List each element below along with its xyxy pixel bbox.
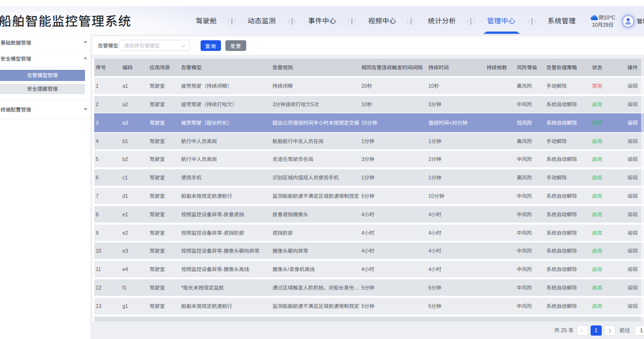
cell-strategy: 系统自动解除 xyxy=(546,188,577,204)
chevron-down-icon xyxy=(84,41,87,44)
edit-link[interactable]: 编辑 xyxy=(627,169,638,186)
nav-item-cockpit[interactable]: 驾驶舱 xyxy=(196,17,217,25)
cell-risk: 高风险 xyxy=(517,78,532,94)
column-header-frames: 持续帧数 xyxy=(487,59,507,76)
cell-risk: 高风险 xyxy=(517,169,532,186)
cell-model: 疲劳驾驶（超长时长） xyxy=(181,114,232,131)
reset-button[interactable]: 重置 xyxy=(225,40,246,51)
edit-link[interactable]: 编辑 xyxy=(627,242,638,259)
cell-seq: 11 xyxy=(96,261,101,277)
cell-code: e4 xyxy=(122,261,128,277)
nav-item-dynamic-monitor[interactable]: 动态监测 xyxy=(248,17,276,25)
edit-link[interactable]: 编辑 xyxy=(627,279,638,296)
cell-duration: 4小时 xyxy=(428,242,441,259)
pagination-prev-button[interactable] xyxy=(577,325,588,336)
sidebar-group-terminal-config[interactable]: 终端配置管理 xyxy=(0,99,90,119)
alarm-model-select[interactable]: 请选择告警模型 xyxy=(119,40,190,51)
cell-rule: 持续闭眼 xyxy=(272,78,293,94)
cell-seq: 2 xyxy=(96,96,99,113)
table-row-6[interactable]: 6c1驾驶室使用手机识别区域内值班人员使用手机1分钟1分钟高风险手动解除启用编辑 xyxy=(94,169,644,186)
pagination-next-button[interactable] xyxy=(604,325,615,336)
cell-rule: 超出公司值班时间半小时未按规定交接 xyxy=(272,114,359,131)
table-row-1[interactable]: 1a1驾驶室疲劳驾驶（持续闭眼）持续闭眼20秒10秒高风险手动解除禁用编辑 xyxy=(94,78,644,94)
sidebar-group-basic-data[interactable]: 基础数据管理 xyxy=(0,34,90,50)
search-button[interactable]: 查询 xyxy=(201,40,221,51)
cell-rule: 故意遮挡摄像头 xyxy=(272,206,308,223)
cell-model: 视频监控设备异常-摄像头朝向异常 xyxy=(181,242,259,259)
table-row-3[interactable]: 3a3驾驶室疲劳驾驶（超长时长）超出公司值班时间半小时未按规定交接10分钟值班时… xyxy=(94,114,644,131)
sidebar-item-alarm-model[interactable]: 告警模型管理 xyxy=(0,70,85,81)
table-row-10[interactable]: 10e3驾驶室视频监控设备异常-摄像头朝向异常摄像头朝向异常4小时4小时中风险系… xyxy=(94,242,644,259)
nav-separator xyxy=(288,17,296,25)
cell-duration: 2分钟 xyxy=(428,151,441,167)
cell-scene: 驾驶室 xyxy=(150,114,165,131)
filter-label: 告警模型 xyxy=(98,36,119,55)
column-header-scene: 应用场景 xyxy=(150,59,170,76)
edit-link[interactable]: 编辑 xyxy=(627,261,638,277)
cell-scene: 驾驶室 xyxy=(150,188,165,204)
pagination-page-1[interactable]: 1 xyxy=(591,325,602,336)
table-row-11[interactable]: 11e4驾驶室视频监控设备异常-摄像头离线摄像头/录像机离线4小时4小时中风险系… xyxy=(94,261,644,277)
table-row-12[interactable]: 12f1驾驶室*船长未按规定监航通过区域触发人脸抓拍，对船长身份...5分钟5分… xyxy=(94,279,644,296)
cell-risk: 中风险 xyxy=(517,225,532,241)
cell-interval: 4小时 xyxy=(361,206,374,223)
horizontal-scrollbar[interactable] xyxy=(94,317,644,322)
table-row-7[interactable]: 7d1驾驶室船舶未按规定航速航行监测船舶航速不满足区域航速限制规定5分钟10分钟… xyxy=(94,188,644,204)
nav-item-event-center[interactable]: 事件中心 xyxy=(308,17,337,25)
cell-interval: 4小时 xyxy=(361,225,374,241)
column-header-model: 告警模型 xyxy=(181,59,202,76)
table-row-8[interactable]: 8e1驾驶室视频监控设备异常-故意遮挡故意遮挡摄像头4小时4小时中风险系统自动解… xyxy=(94,206,644,223)
edit-link[interactable]: 编辑 xyxy=(627,133,638,149)
cell-strategy: 系统自动解除 xyxy=(546,206,577,223)
cell-model: *船长未按规定监航 xyxy=(181,279,224,296)
edit-link[interactable]: 编辑 xyxy=(627,96,638,113)
table-row-13[interactable]: 13g1驾驶室船舶未按规定航速航行监测船舶航速不满足区域航速限制规定5分钟5分钟… xyxy=(94,298,644,314)
cell-model: 视频监控设备异常-遮挡脸部 xyxy=(181,225,244,241)
cell-seq: 6 xyxy=(96,169,99,186)
weather-date: 10月29日 xyxy=(592,22,613,28)
edit-link[interactable]: 编辑 xyxy=(627,298,638,314)
cell-strategy: 系统自动解除 xyxy=(546,96,577,113)
cell-scene: 驾驶室 xyxy=(150,206,165,223)
cell-code: g1 xyxy=(122,298,128,314)
cell-status: 启用 xyxy=(592,206,602,223)
nav-item-management-center[interactable]: 管理中心 xyxy=(487,17,515,25)
cell-code: e3 xyxy=(122,242,128,259)
cell-strategy: 手动解除 xyxy=(546,133,567,149)
nav-item-system-management[interactable]: 系统管理 xyxy=(548,17,576,25)
table-row-2[interactable]: 2a2驾驶室疲劳驾驶（持续打哈欠）3分钟连续打哈欠5次10秒3分钟中风险系统自动… xyxy=(94,96,644,113)
table-row-5[interactable]: 5b2驾驶室航行中人员离岗无适任驾驶员在岗3分钟2分钟中风险系统自动解除启用编辑 xyxy=(94,151,644,167)
cell-rule: 船舶航行中无人员在岗 xyxy=(272,133,323,149)
nav-item-statistics[interactable]: 统计分析 xyxy=(428,17,456,25)
column-header-duration: 持续时间 xyxy=(428,59,449,76)
table-row-4[interactable]: 4b1驾驶室航行中人员离岗船舶航行中无人员在岗1分钟1分钟高风险手动解除启用编辑 xyxy=(94,133,644,149)
pagination-goto-input[interactable] xyxy=(635,325,644,336)
cell-status: 启用 xyxy=(592,261,602,277)
user-avatar[interactable] xyxy=(623,16,634,27)
cell-duration: 1分钟 xyxy=(428,169,441,186)
cell-scene: 驾驶室 xyxy=(150,261,165,277)
cell-strategy: 系统自动解除 xyxy=(546,225,577,241)
cell-model: 视频监控设备异常-摄像头离线 xyxy=(181,261,249,277)
sidebar-group-safety-model[interactable]: 安全模型管理 xyxy=(0,50,90,66)
cell-interval: 10分钟 xyxy=(361,114,377,131)
edit-link[interactable]: 编辑 xyxy=(627,225,638,241)
cell-scene: 驾驶室 xyxy=(150,78,165,94)
edit-link[interactable]: 编辑 xyxy=(627,206,638,223)
edit-link[interactable]: 编辑 xyxy=(627,188,638,204)
sidebar-item-safety-reminder[interactable]: 安全提醒管理 xyxy=(0,84,85,94)
cell-scene: 驾驶室 xyxy=(150,151,165,167)
edit-link[interactable]: 编辑 xyxy=(627,78,638,94)
edit-link[interactable]: 编辑 xyxy=(627,114,638,131)
table-row-9[interactable]: 9e2驾驶室视频监控设备异常-遮挡脸部遮挡脸部4小时4小时中风险系统自动解除启用… xyxy=(94,225,644,241)
sidebar-group-label: 终端配置管理 xyxy=(0,105,31,113)
edit-link[interactable]: 编辑 xyxy=(627,151,638,167)
cell-status: 启用 xyxy=(592,169,602,186)
cell-rule: 监测船舶航速不满足区域航速限制规定 xyxy=(272,298,359,314)
cell-interval: 1分钟 xyxy=(361,169,374,186)
cell-risk: 中风险 xyxy=(517,151,532,167)
username[interactable]: 管理员 xyxy=(637,16,644,25)
nav-item-video-center[interactable]: 视频中心 xyxy=(368,17,396,25)
nav-separator xyxy=(467,17,475,25)
cell-rule: 遮挡脸部 xyxy=(272,225,293,241)
